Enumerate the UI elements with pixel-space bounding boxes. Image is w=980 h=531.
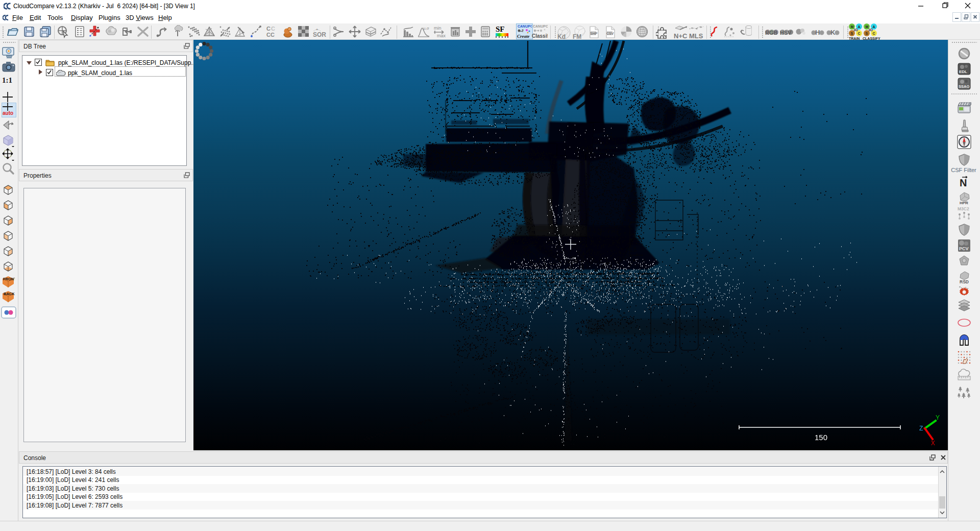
svg-text:M3C2: M3C2	[958, 206, 969, 211]
svg-text:CANUPO: CANUPO	[518, 25, 532, 28]
svg-text:X: X	[931, 440, 935, 447]
svg-text:A: A	[873, 25, 875, 29]
svg-text:N: N	[960, 177, 967, 188]
svg-text:CSV: CSV	[606, 32, 614, 35]
svg-text:C: C	[858, 32, 861, 35]
svg-text:CC: CC	[266, 32, 275, 38]
svg-text:Z: Z	[919, 425, 923, 432]
svg-text:EDL: EDL	[959, 69, 967, 74]
svg-text:N+C: N+C	[674, 32, 688, 39]
svg-text:3D: 3D	[853, 28, 858, 32]
svg-text:K: K	[830, 29, 836, 36]
svg-text:max: max	[437, 33, 446, 38]
svg-text:FRONT: FRONT	[3, 277, 15, 281]
svg-text:μ,σ: μ,σ	[423, 26, 429, 31]
svg-text:S: S	[866, 32, 868, 35]
svg-text:SOR: SOR	[313, 31, 326, 38]
svg-text:SSAO: SSAO	[959, 84, 969, 89]
svg-text:RGB: RGB	[765, 30, 778, 36]
svg-text:Kd: Kd	[557, 33, 566, 40]
svg-text:MLS: MLS	[689, 32, 703, 39]
svg-text:SF: SF	[496, 25, 505, 33]
svg-text:FM: FM	[573, 33, 581, 40]
svg-text:C: C	[266, 26, 271, 32]
svg-text:C: C	[873, 32, 875, 35]
svg-text:PCV: PCV	[959, 246, 969, 251]
svg-text:Y: Y	[936, 414, 940, 421]
svg-text:CANUPO: CANUPO	[533, 25, 548, 28]
svg-text:RSD: RSD	[960, 279, 969, 284]
svg-text:C: C	[271, 26, 275, 32]
svg-text:Classify: Classify	[532, 33, 548, 39]
svg-text:H: H	[815, 29, 820, 36]
svg-text:BACK: BACK	[4, 292, 15, 296]
svg-text:S: S	[851, 32, 853, 35]
svg-text:3D: 3D	[868, 28, 873, 32]
svg-text:HPR: HPR	[960, 201, 968, 205]
svg-text:1:1: 1:1	[2, 76, 12, 84]
svg-text:min: min	[434, 26, 442, 31]
svg-text:SHP: SHP	[590, 32, 598, 35]
svg-text:A: A	[858, 25, 861, 29]
svg-text:HSV: HSV	[780, 30, 792, 36]
svg-text:Create: Create	[517, 34, 530, 39]
svg-text:150: 150	[815, 433, 827, 442]
